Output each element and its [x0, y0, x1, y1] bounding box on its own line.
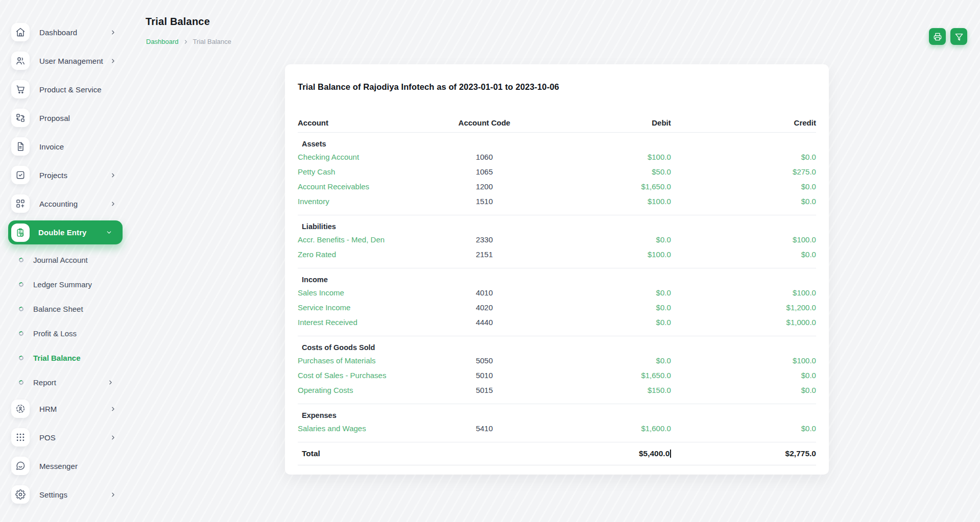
table-row: Accr. Benefits - Med, Den2330$0.0$100.0 [298, 232, 816, 247]
debit-value: $0.0 [526, 288, 671, 297]
sidebar-item-double-entry[interactable]: Double Entry [8, 220, 123, 244]
account-code: 5010 [443, 371, 525, 380]
filter-button[interactable] [950, 28, 967, 45]
sidebar-subitem-report[interactable]: Report [0, 370, 131, 394]
pos-icon [11, 428, 30, 446]
sidebar-item-user-management[interactable]: User Management [0, 46, 131, 75]
account-code: 1510 [443, 197, 525, 206]
column-header-credit: Credit [671, 118, 816, 127]
sidebar-item-invoice[interactable]: Invoice [0, 132, 131, 161]
account-code: 4440 [443, 318, 525, 327]
account-link[interactable]: Zero Rated [298, 250, 443, 259]
debit-value: $0.0 [526, 303, 671, 312]
users-icon [11, 52, 30, 70]
table-row: Sales Income4010$0.0$100.0 [298, 285, 816, 300]
account-link[interactable]: Checking Account [298, 153, 443, 161]
account-link[interactable]: Inventory [298, 197, 443, 206]
account-link[interactable]: Petty Cash [298, 167, 443, 176]
account-code: 1065 [443, 167, 525, 176]
trial-balance-table: AccountAccount CodeDebitCreditAssetsChec… [298, 115, 816, 465]
sidebar-item-settings[interactable]: Settings [0, 480, 131, 509]
bullet-icon [18, 257, 25, 263]
sidebar-item-proposal[interactable]: Proposal [0, 104, 131, 132]
table-row: Purchases of Materials5050$0.0$100.0 [298, 353, 816, 368]
total-debit: $5,400.0 [526, 449, 671, 458]
sidebar-item-accounting[interactable]: Accounting [0, 189, 131, 218]
sidebar-subitem-ledger-summary[interactable]: Ledger Summary [0, 272, 131, 296]
credit-value: $0.0 [671, 386, 816, 394]
double-entry-icon [11, 223, 30, 242]
home-icon [11, 23, 30, 41]
credit-value: $0.0 [671, 197, 816, 206]
credit-value: $100.0 [671, 288, 816, 297]
sidebar-item-label: Proposal [39, 114, 70, 122]
account-link[interactable]: Operating Costs [298, 386, 443, 394]
account-link[interactable]: Service Income [298, 303, 443, 312]
print-button[interactable] [929, 28, 946, 45]
account-link[interactable]: Interest Received [298, 318, 443, 327]
group-label: Assets [298, 133, 816, 150]
column-header-debit: Debit [526, 118, 671, 127]
debit-value: $1,650.0 [526, 182, 671, 191]
sidebar-subitem-label: Journal Account [33, 256, 88, 264]
breadcrumb-dashboard-link[interactable]: Dashboard [146, 38, 179, 45]
account-link[interactable]: Accr. Benefits - Med, Den [298, 235, 443, 244]
account-link[interactable]: Salaries and Wages [298, 424, 443, 433]
chevron-right-icon [110, 29, 116, 36]
sidebar-subitem-label: Profit & Loss [33, 329, 77, 338]
sidebar-item-dashboard[interactable]: Dashboard [0, 18, 131, 46]
debit-value: $100.0 [526, 197, 671, 206]
total-credit: $2,775.0 [671, 449, 816, 458]
chevron-right-icon [107, 379, 114, 386]
toolbar [929, 28, 967, 45]
sidebar-subitem-profit-loss[interactable]: Profit & Loss [0, 321, 131, 345]
credit-value: $100.0 [671, 356, 816, 365]
sidebar-item-label: Accounting [39, 200, 78, 208]
credit-value: $100.0 [671, 235, 816, 244]
account-code: 5410 [443, 424, 525, 433]
debit-value: $50.0 [526, 167, 671, 176]
account-link[interactable]: Account Receivables [298, 182, 443, 191]
cart-icon [11, 80, 30, 98]
account-code: 4020 [443, 303, 525, 312]
breadcrumb: Dashboard Trial Balance [146, 38, 231, 45]
account-link[interactable]: Cost of Sales - Purchases [298, 371, 443, 380]
debit-value: $0.0 [526, 356, 671, 365]
group-label: Expenses [298, 404, 816, 421]
messenger-icon [11, 457, 30, 475]
sidebar-subitem-trial-balance[interactable]: Trial Balance [0, 345, 131, 370]
chevron-right-icon [110, 172, 116, 179]
page-title: Trial Balance [146, 16, 210, 28]
chevron-right-icon [110, 58, 116, 64]
debit-value: $150.0 [526, 386, 671, 394]
section-income: IncomeSales Income4010$0.0$100.0Service … [298, 268, 816, 336]
bullet-icon [18, 306, 25, 312]
table-row: Inventory1510$100.0$0.0 [298, 194, 816, 209]
sidebar-item-label: Dashboard [39, 28, 77, 37]
sidebar-subitem-balance-sheet[interactable]: Balance Sheet [0, 296, 131, 321]
sidebar-item-label: Product & Service [39, 85, 102, 94]
account-link[interactable]: Purchases of Materials [298, 356, 443, 365]
sidebar-item-label: Invoice [39, 142, 64, 151]
main-content: Trial Balance Dashboard Trial Balance Tr… [131, 0, 980, 522]
credit-value: $0.0 [671, 182, 816, 191]
account-link[interactable]: Sales Income [298, 288, 443, 297]
section-liabilities: LiabilitiesAccr. Benefits - Med, Den2330… [298, 215, 816, 268]
table-row: Petty Cash1065$50.0$275.0 [298, 164, 816, 179]
table-row: Service Income4020$0.0$1,200.0 [298, 300, 816, 315]
sidebar-item-hrm[interactable]: HRM [0, 394, 131, 423]
sidebar-item-projects[interactable]: Projects [0, 161, 131, 189]
credit-value: $1,200.0 [671, 303, 816, 312]
sidebar-item-pos[interactable]: POS [0, 423, 131, 452]
sidebar-item-label: Settings [39, 490, 67, 499]
credit-value: $0.0 [671, 371, 816, 380]
report-card: Trial Balance of Rajodiya Infotech as of… [285, 64, 829, 475]
projects-icon [11, 166, 30, 184]
sidebar-subitem-journal-account[interactable]: Journal Account [0, 247, 131, 272]
debit-value: $1,650.0 [526, 371, 671, 380]
sidebar-subitem-label: Ledger Summary [33, 280, 92, 289]
sidebar-item-label: Projects [39, 171, 67, 180]
sidebar-item-product-service[interactable]: Product & Service [0, 75, 131, 104]
table-row: Salaries and Wages5410$1,600.0$0.0 [298, 421, 816, 436]
sidebar-item-messenger[interactable]: Messenger [0, 452, 131, 480]
